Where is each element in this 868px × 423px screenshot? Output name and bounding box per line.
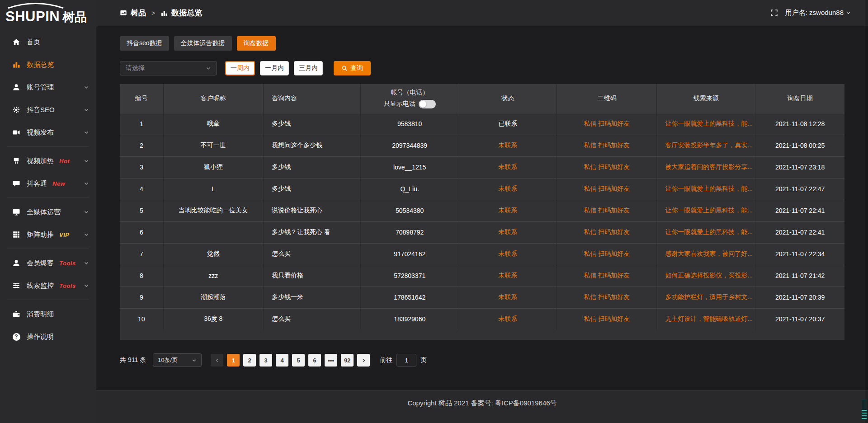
qrcode-link[interactable]: 私信 扫码加好友 — [557, 178, 657, 200]
source-link[interactable]: 如何正确选择投影仪，买投影... — [657, 265, 755, 287]
status-badge: 未联系 — [459, 221, 557, 243]
sidebar-item-home[interactable]: 首页 — [0, 31, 96, 53]
sidebar-item-label: 抖客通 — [27, 179, 47, 188]
page-number-button[interactable]: 6 — [308, 354, 321, 367]
page-number-button[interactable]: 1 — [227, 354, 240, 367]
next-page-button[interactable] — [357, 354, 370, 367]
qrcode-link[interactable]: 私信 扫码加好友 — [557, 265, 657, 287]
cell-nickname: 不可一世 — [163, 135, 263, 156]
goto-page: 前往 页 — [380, 354, 427, 367]
page-ellipsis-button[interactable]: ••• — [325, 354, 337, 367]
menu-divider — [7, 197, 89, 198]
menu-divider — [7, 249, 89, 249]
video-camera-icon — [12, 128, 21, 137]
col-header-qrcode: 二维码 — [557, 84, 657, 113]
page-number-button[interactable]: 92 — [341, 354, 354, 367]
sidebar-item-spend-detail[interactable]: 消费明细 — [0, 303, 96, 325]
qrcode-link[interactable]: 私信 扫码加好友 — [557, 156, 657, 178]
status-badge: 未联系 — [459, 287, 557, 308]
sidebar-item-omnimedia[interactable]: 全媒体运营 — [0, 201, 96, 223]
qrcode-link[interactable]: 私信 扫码加好友 — [557, 200, 657, 221]
user-menu[interactable]: 用户名: zswodun88 — [785, 9, 851, 17]
source-link[interactable]: 让你一眼就爱上的黑科技，能... — [657, 113, 755, 135]
logo-text-en: SHUPIN — [5, 9, 60, 24]
tab-douyin-seo-data[interactable]: 抖音seo数据 — [120, 36, 169, 51]
qrcode-link[interactable]: 私信 扫码加好友 — [557, 308, 657, 330]
search-button-label: 查询 — [350, 64, 363, 72]
cell-account: love__1215 — [360, 156, 459, 178]
source-link[interactable]: 被大家追着问的客厅投影分享... — [657, 156, 755, 178]
cell-id: 1 — [120, 113, 163, 135]
page-number-button[interactable]: 5 — [292, 354, 305, 367]
breadcrumb-root[interactable]: 树品 — [131, 8, 146, 18]
cell-nickname: 觉然 — [163, 243, 263, 265]
footer: Copyright 树品 2021 备案号: 粤ICP备09019646号 — [96, 390, 868, 423]
sidebar-item-matrix-boost[interactable]: 矩阵助推 VIP — [0, 223, 96, 246]
fullscreen-icon[interactable] — [770, 9, 778, 17]
sidebar-item-account-mgmt[interactable]: 账号管理 — [0, 76, 96, 99]
sidebar-item-doukeTong[interactable]: 抖客通 New — [0, 172, 96, 195]
corner-widget[interactable] — [861, 400, 867, 420]
sidebar-item-label: 操作说明 — [27, 333, 54, 341]
status-badge: 已联系 — [459, 113, 557, 135]
account-select[interactable]: 请选择 — [120, 61, 217, 75]
page-number-button[interactable]: 3 — [259, 354, 272, 367]
tab-inquiry-data[interactable]: 询盘数据 — [237, 36, 276, 51]
table-row: 3 狐小狸 多少钱 love__1215 未联系 私信 扫码加好友 被大家追着问… — [120, 156, 844, 178]
sidebar-item-instructions[interactable]: ? 操作说明 — [0, 325, 96, 348]
qrcode-link[interactable]: 私信 扫码加好友 — [557, 135, 657, 156]
sidebar-item-data-overview[interactable]: 数据总览 — [0, 53, 96, 76]
source-link[interactable]: 让你一眼就爱上的黑科技，能... — [657, 221, 755, 243]
sidebar-item-lead-monitor[interactable]: 线索监控 Tools — [0, 274, 96, 297]
chevron-down-icon — [84, 85, 89, 90]
chevron-down-icon — [84, 232, 89, 237]
sidebar-item-video-heat[interactable]: 视频加热 Hot — [0, 150, 96, 172]
cell-nickname: 潮起潮落 — [163, 287, 263, 308]
source-link[interactable]: 让你一眼就爱上的黑科技，能... — [657, 200, 755, 221]
range-week-button[interactable]: 一周内 — [225, 61, 255, 75]
table-row: 6 多少钱？让我死心 看 70898792 未联系 私信 扫码加好友 让你一眼就… — [120, 221, 844, 243]
tools-badge: Tools — [59, 282, 76, 289]
sidebar-item-label: 线索监控 — [27, 282, 54, 290]
sidebar-item-video-publish[interactable]: 视频发布 — [0, 121, 96, 144]
sliders-icon — [12, 281, 21, 290]
pagination: 共 911 条 10条/页 123456•••92 前往 页 — [120, 353, 844, 367]
search-button[interactable]: 查询 — [334, 61, 371, 75]
cell-id: 10 — [120, 308, 163, 330]
member-icon — [12, 258, 21, 268]
new-badge: New — [52, 180, 65, 187]
source-link[interactable]: 客厅安装投影半年多了，真实... — [657, 135, 755, 156]
phone-only-toggle[interactable] — [419, 100, 436, 108]
sidebar-item-douyin-seo[interactable]: 抖音SEO — [0, 99, 96, 121]
range-month-button[interactable]: 一月内 — [260, 61, 289, 75]
topbar: 树品 > 数据总览 用户名: zswodun88 — [96, 0, 868, 26]
range-quarter-button[interactable]: 三月内 — [294, 61, 323, 75]
gear-icon — [12, 105, 21, 114]
scrollbar-track[interactable] — [865, 0, 868, 423]
source-link[interactable]: 无主灯设计，智能磁吸轨道灯... — [657, 308, 755, 330]
tab-omnimedia-data[interactable]: 全媒体运营数据 — [174, 36, 232, 51]
qrcode-link[interactable]: 私信 扫码加好友 — [557, 243, 657, 265]
cell-date: 2021-11-08 12:28 — [755, 113, 844, 135]
sidebar-item-member-baoke[interactable]: 会员爆客 Tools — [0, 252, 96, 274]
sidebar-item-label: 首页 — [27, 38, 40, 47]
page-number-button[interactable]: 2 — [243, 354, 256, 367]
qrcode-link[interactable]: 私信 扫码加好友 — [557, 221, 657, 243]
qrcode-link[interactable]: 私信 扫码加好友 — [557, 113, 657, 135]
prev-page-button[interactable] — [211, 354, 223, 367]
source-link[interactable]: 感谢大家喜欢我家，被问了好... — [657, 243, 755, 265]
source-link[interactable]: 多功能护栏灯，适用于乡村文... — [657, 287, 755, 308]
cell-id: 8 — [120, 265, 163, 287]
phone-only-label: 只显示电话 — [384, 100, 415, 108]
cell-account: 9583810 — [360, 113, 459, 135]
goto-page-input[interactable] — [396, 354, 416, 367]
page-number-button[interactable]: 4 — [276, 354, 288, 367]
col-header-account: 帐号（电话） 只显示电话 — [360, 84, 459, 113]
logo: SHUPIN 树品 — [0, 0, 96, 27]
breadcrumb-root-icon — [120, 9, 127, 17]
sidebar-item-label: 视频加热 — [27, 157, 54, 165]
qrcode-link[interactable]: 私信 扫码加好友 — [557, 287, 657, 308]
page-size-select[interactable]: 10条/页 — [153, 353, 202, 367]
source-link[interactable]: 让你一眼就爱上的黑科技，能... — [657, 178, 755, 200]
cell-id: 5 — [120, 200, 163, 221]
